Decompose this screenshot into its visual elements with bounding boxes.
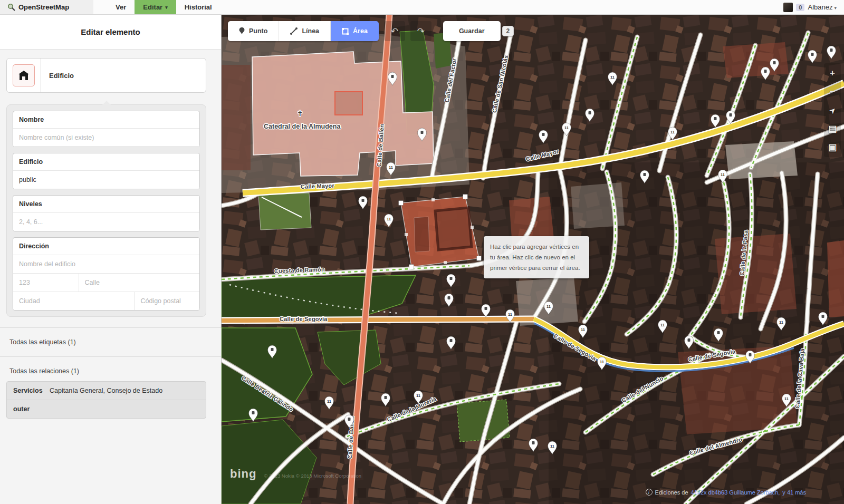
minus-icon: − <box>830 86 835 97</box>
username: Albanez▾ <box>808 3 837 11</box>
svg-text:11: 11 <box>784 396 789 401</box>
geolocate-icon: ➤ <box>828 105 837 115</box>
draw-line-button[interactable]: Línea <box>279 21 331 41</box>
svg-text:11: 11 <box>670 130 675 134</box>
map-data-icon: ▣ <box>828 142 837 153</box>
address-postcode-input[interactable] <box>134 292 199 310</box>
road-label: Calle Mayor <box>301 182 335 190</box>
top-navbar: OpenStreetMap Ver Editar▾ Historial 0 Al… <box>0 0 844 15</box>
map-controls: + − ➤ ▤ ▣ <box>824 63 841 157</box>
info-icon: i <box>646 489 653 496</box>
svg-text:11: 11 <box>600 360 604 364</box>
svg-text:11: 11 <box>564 125 569 130</box>
redo-button[interactable]: ↷ <box>410 21 431 41</box>
building-type-input[interactable] <box>13 171 199 189</box>
editor-users-link[interactable]: 4142x db4b63 Guillaume Zorbach, <box>691 489 780 496</box>
place-label: Catedral de la Almudena <box>264 123 341 130</box>
road-label: Calle de Segovia <box>280 316 328 322</box>
field-address-label: Dirección <box>13 238 199 255</box>
page-title: Editar elemento <box>81 27 140 36</box>
svg-text:11: 11 <box>660 323 665 327</box>
relation-role: Servicios <box>13 387 43 394</box>
map-canvas[interactable]: Catedral de la Almudena ✝ Calle de Bailé… <box>222 15 844 504</box>
field-name-label: Nombre <box>13 111 199 129</box>
sidebar-header: Editar elemento <box>0 15 221 50</box>
svg-text:11: 11 <box>327 399 331 404</box>
svg-text:11: 11 <box>550 444 554 449</box>
line-icon <box>290 27 298 35</box>
all-relations-toggle[interactable]: Todas las relaciones (1) <box>6 357 206 375</box>
draw-toolbar: Punto Línea Área ↶ ↷ Guardar 2 <box>228 21 514 41</box>
field-address: Dirección <box>13 237 200 311</box>
tab-view[interactable]: Ver <box>107 0 135 14</box>
draw-point-button[interactable]: Punto <box>228 21 279 41</box>
layers-icon: ▤ <box>828 123 837 134</box>
svg-text:11: 11 <box>387 217 391 221</box>
zoom-out-button[interactable]: − <box>826 86 839 98</box>
edit-sidebar: Editar elemento Edificio Nombre Edificio <box>0 15 222 504</box>
bing-logo: bing <box>230 467 256 481</box>
chevron-down-icon: ▾ <box>834 5 837 11</box>
cross-icon: ✝ <box>297 109 303 118</box>
relation-value: Capitanía General, Consejo de Estado <box>50 387 162 394</box>
building-icon <box>13 64 35 86</box>
bing-attribution: bing © 2013 Nokia © 2013 Microsoft Corpo… <box>230 467 361 481</box>
save-count-badge: 2 <box>502 26 514 36</box>
address-building-input[interactable] <box>13 255 199 273</box>
field-levels-label: Niveles <box>13 196 199 213</box>
preset-building-card[interactable]: Edificio <box>6 58 206 93</box>
svg-text:11: 11 <box>508 312 512 317</box>
svg-text:11: 11 <box>581 327 585 332</box>
svg-text:11: 11 <box>721 172 725 177</box>
relation-row-services[interactable]: Servicios Capitanía General, Consejo de … <box>7 382 206 400</box>
address-street-input[interactable] <box>79 274 199 292</box>
plus-icon: + <box>830 68 835 79</box>
tab-history[interactable]: Historial <box>176 0 220 14</box>
svg-text:11: 11 <box>416 393 420 398</box>
undo-icon: ↶ <box>391 26 398 37</box>
road-segovia-west[interactable] <box>222 319 534 321</box>
brand-title: OpenStreetMap <box>18 3 69 11</box>
chevron-down-icon: ▾ <box>165 5 168 10</box>
draw-area-button[interactable]: Área <box>331 21 379 41</box>
geolocate-button[interactable]: ➤ <box>824 102 841 119</box>
osm-id-editor: OpenStreetMap Ver Editar▾ Historial 0 Al… <box>0 0 844 504</box>
magnifier-logo-icon <box>7 3 15 11</box>
point-icon <box>239 27 245 35</box>
levels-input[interactable] <box>13 213 199 231</box>
preset-label: Edificio <box>49 72 74 80</box>
draw-area-tooltip: Haz clic para agregar vértices en tu áre… <box>484 236 589 278</box>
map-data-button[interactable]: ▣ <box>826 141 839 153</box>
preset-form: Nombre Edificio Niveles Dirección <box>6 104 206 317</box>
imagery-copyright: © 2013 Nokia © 2013 Microsoft Corporatio… <box>264 473 361 479</box>
all-tags-toggle[interactable]: Todas las etiquetas (1) <box>6 328 206 346</box>
tab-edit[interactable]: Editar▾ <box>135 0 176 14</box>
field-building-label: Edificio <box>13 153 199 171</box>
svg-text:11: 11 <box>610 75 615 80</box>
field-building: Edificio <box>13 153 200 189</box>
svg-text:11: 11 <box>546 304 551 309</box>
osm-brand[interactable]: OpenStreetMap <box>0 0 93 14</box>
relations-list: Servicios Capitanía General, Consejo de … <box>6 381 206 419</box>
nav-tabs: Ver Editar▾ Historial <box>107 0 220 14</box>
edits-attribution: i Ediciones de 4142x db4b63 Guillaume Zo… <box>646 489 806 496</box>
svg-text:11: 11 <box>779 320 783 325</box>
user-edits-badge: 0 <box>796 4 804 11</box>
area-icon <box>342 28 349 35</box>
address-number-input[interactable] <box>13 274 79 292</box>
save-button[interactable]: Guardar <box>443 21 501 41</box>
relation-role: outer <box>13 405 30 413</box>
user-menu[interactable]: 0 Albanez▾ <box>783 0 844 14</box>
field-name: Nombre <box>13 111 200 147</box>
field-levels: Niveles <box>13 195 200 231</box>
background-settings-button[interactable]: ▤ <box>826 123 839 134</box>
avatar <box>783 3 793 12</box>
more-editors-link[interactable]: y 41 más <box>782 489 806 496</box>
svg-text:11: 11 <box>389 165 393 170</box>
address-city-input[interactable] <box>13 292 134 310</box>
redo-icon: ↷ <box>417 26 425 37</box>
relation-row-outer[interactable]: outer <box>7 400 206 418</box>
zoom-in-button[interactable]: + <box>826 67 839 79</box>
name-input[interactable] <box>13 129 199 147</box>
undo-button[interactable]: ↶ <box>384 21 405 41</box>
